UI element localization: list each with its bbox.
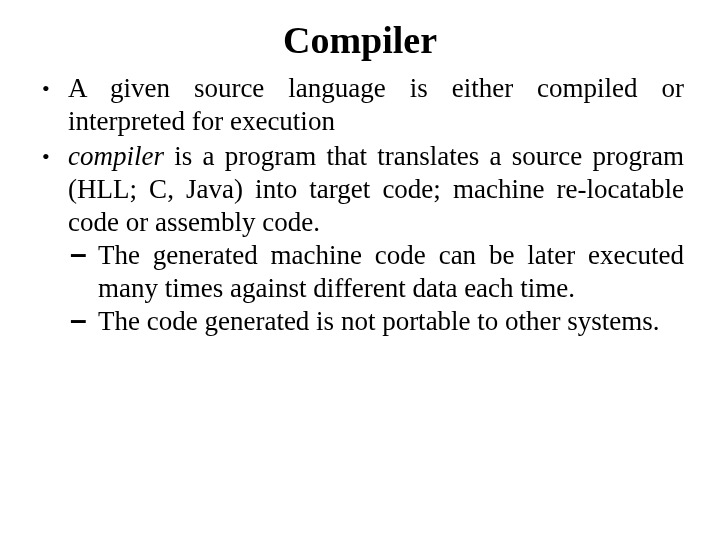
bullet-item-1: A given source language is either compil… (36, 72, 684, 138)
bullet-list: A given source language is either compil… (36, 72, 684, 338)
sub-bullet-list: The generated machine code can be later … (68, 239, 684, 338)
sub-bullet-2: The code generated is not portable to ot… (68, 305, 684, 338)
slide: Compiler A given source language is eith… (0, 0, 720, 540)
bullet-2-emphasis: compiler (68, 141, 164, 171)
slide-title: Compiler (36, 18, 684, 62)
bullet-item-2: compiler is a program that translates a … (36, 140, 684, 338)
sub-bullet-1: The generated machine code can be later … (68, 239, 684, 305)
